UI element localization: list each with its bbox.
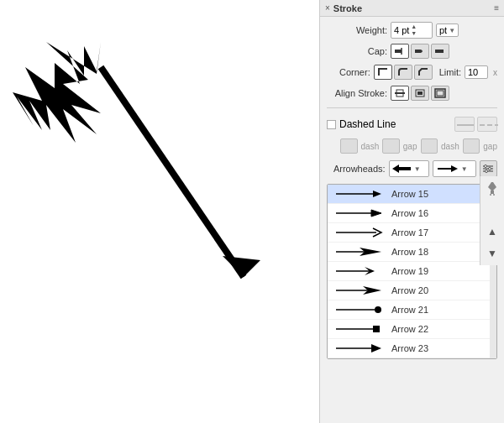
arrowheads-row: Arrowheads: ▼ ▼ [327, 158, 497, 180]
dashed-checkbox[interactable] [327, 120, 336, 129]
align-stroke-label: Align Stroke: [327, 88, 387, 98]
start-arrowhead-dropdown[interactable]: ▼ [389, 160, 429, 177]
weight-unit-chevron-icon: ▼ [449, 27, 455, 34]
align-stroke-options [391, 86, 449, 101]
arrowhead-dropdown-list: Arrow 15 Arrow 16 Arrow 17 Arrow 18 Arro… [327, 184, 497, 359]
svg-rect-16 [495, 124, 498, 126]
cap-round-button[interactable] [411, 44, 429, 59]
dropdown-item-label-arrow20: Arrow 20 [391, 285, 428, 295]
dropdown-item-arrow23[interactable]: Arrow 23 [328, 339, 496, 358]
limit-x-button[interactable]: x [493, 68, 497, 77]
dropdown-item-arrow16[interactable]: Arrow 16 [328, 204, 496, 223]
dropdown-item-arrow21[interactable]: Arrow 21 [328, 300, 496, 320]
dropdown-item-label-arrow23: Arrow 23 [391, 343, 428, 353]
arrowhead-list-inner: Arrow 15 Arrow 16 Arrow 17 Arrow 18 Arro… [328, 185, 496, 358]
gap-1-input[interactable] [382, 138, 400, 154]
weight-unit-label: pt [439, 25, 447, 35]
cap-round-icon [414, 46, 426, 56]
svg-marker-1 [223, 256, 260, 277]
limit-input[interactable] [465, 65, 488, 79]
svg-rect-13 [457, 124, 474, 126]
dropdown-item-icon-arrow20 [334, 284, 385, 297]
dash-1-label: dash [361, 142, 380, 151]
end-arrowhead-chevron-icon: ▼ [461, 165, 468, 173]
dash-preset-2-button[interactable] [477, 117, 497, 132]
cap-label: Cap: [327, 46, 387, 56]
svg-marker-17 [392, 164, 411, 173]
dash-gap-row: dash gap dash gap [327, 138, 497, 154]
dropdown-item-icon-arrow21 [334, 303, 385, 316]
dash-2-input[interactable] [421, 138, 438, 154]
align-inside-icon [414, 88, 426, 98]
svg-rect-3 [395, 50, 402, 53]
cap-butt-button[interactable] [391, 44, 409, 59]
gap-2-input[interactable] [463, 138, 480, 154]
align-center-icon [394, 88, 406, 98]
weight-value: 4 pt [394, 25, 409, 35]
align-inside-button[interactable] [411, 86, 429, 101]
corner-miter-icon [377, 67, 389, 77]
corner-options [374, 65, 433, 80]
svg-line-0 [101, 67, 244, 277]
corner-round-button[interactable] [394, 65, 412, 80]
separator-1 [327, 107, 497, 108]
stroke-panel: × Stroke ≡ Weight: 4 pt ▲ ▼ pt ▼ Cap: [319, 0, 504, 423]
dropdown-item-arrow20[interactable]: Arrow 20 [328, 281, 496, 300]
align-outside-icon [434, 88, 446, 98]
dropdown-item-label-arrow17: Arrow 17 [391, 227, 428, 238]
end-arrowhead-icon [436, 163, 459, 175]
svg-rect-43 [491, 191, 494, 194]
corner-row: Corner: Limit: [327, 64, 497, 81]
cap-options [391, 44, 449, 59]
dash-1-input[interactable] [340, 138, 358, 154]
weight-input[interactable]: 4 pt ▲ ▼ [391, 22, 433, 39]
weight-down-button[interactable]: ▼ [411, 30, 417, 37]
align-outside-button[interactable] [431, 86, 449, 101]
corner-bevel-button[interactable] [414, 65, 433, 80]
align-stroke-row: Align Stroke: [327, 85, 497, 102]
panel-topbar: × Stroke ≡ [320, 0, 504, 17]
canvas-area [0, 0, 319, 423]
svg-point-25 [486, 170, 488, 173]
svg-marker-27 [373, 191, 381, 197]
svg-point-23 [485, 165, 487, 168]
dashed-line-row: Dashed Line [327, 114, 497, 134]
main-arrow [13, 42, 260, 277]
limit-label: Limit: [439, 67, 461, 77]
start-arrowhead-chevron-icon: ▼ [414, 165, 421, 173]
dropdown-item-arrow22[interactable]: Arrow 22 [328, 320, 496, 339]
dropdown-item-icon-arrow18 [334, 245, 385, 258]
cap-butt-icon [394, 46, 406, 56]
dropdown-item-arrow18[interactable]: Arrow 18 [328, 243, 496, 262]
corner-miter-button[interactable] [374, 65, 392, 80]
dropdown-item-icon-arrow15 [334, 187, 385, 201]
canvas-svg [0, 0, 319, 423]
eyedropper-button[interactable] [484, 180, 501, 196]
panel-menu-button[interactable]: ≡ [494, 3, 499, 13]
dropdown-item-icon-arrow22 [334, 322, 385, 336]
scroll-up-button[interactable]: ▲ [484, 223, 501, 240]
end-arrowhead-dropdown[interactable]: ▼ [433, 160, 476, 177]
svg-rect-40 [373, 326, 380, 332]
weight-up-button[interactable]: ▲ [411, 24, 417, 30]
dropdown-item-label-arrow22: Arrow 22 [391, 324, 428, 334]
cap-row: Cap: [327, 43, 497, 60]
scroll-down-button[interactable]: ▼ [484, 245, 501, 262]
dropdown-item-icon-arrow23 [334, 342, 385, 355]
cap-projecting-button[interactable] [431, 44, 449, 59]
weight-spinners: ▲ ▼ [411, 24, 417, 37]
dash-preset-1-button[interactable] [454, 117, 475, 132]
arrowheads-label: Arrowheads: [327, 164, 386, 174]
dropdown-item-label-arrow16: Arrow 16 [391, 208, 428, 218]
panel-body: Weight: 4 pt ▲ ▼ pt ▼ Cap: [320, 17, 504, 364]
svg-point-38 [375, 306, 381, 313]
dropdown-item-arrow15[interactable]: Arrow 15 [328, 185, 496, 204]
svg-rect-15 [487, 124, 492, 126]
align-center-button[interactable] [391, 86, 409, 101]
dropdown-item-arrow17[interactable]: Arrow 17 [328, 223, 496, 243]
dropdown-item-arrow19[interactable]: Arrow 19 [328, 262, 496, 281]
arrowhead-settings-button[interactable] [480, 160, 497, 177]
weight-unit-dropdown[interactable]: pt ▼ [436, 24, 459, 37]
dropdown-item-label-arrow15: Arrow 15 [391, 189, 428, 199]
svg-rect-6 [435, 50, 444, 53]
